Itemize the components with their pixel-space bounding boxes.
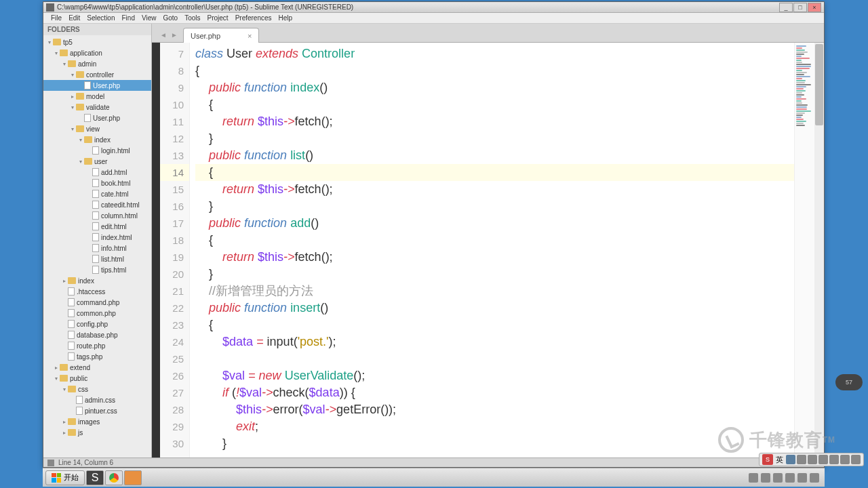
ime-keyboard-icon[interactable] bbox=[797, 455, 806, 464]
folder-public[interactable]: ▾public bbox=[43, 373, 151, 384]
file-database-php[interactable]: database.php bbox=[43, 329, 151, 340]
folder-tp5[interactable]: ▾tp5 bbox=[43, 37, 151, 47]
folder-validate[interactable]: ▾validate bbox=[43, 102, 151, 113]
menu-help[interactable]: Help bbox=[275, 14, 296, 22]
tab-nav: ◄ ► bbox=[159, 30, 183, 42]
file-route-php[interactable]: route.php bbox=[43, 340, 151, 351]
ime-cloud-icon[interactable] bbox=[818, 455, 828, 464]
tab-prev-icon[interactable]: ◄ bbox=[159, 30, 168, 39]
ime-moon-icon[interactable] bbox=[786, 455, 795, 464]
file-command-php[interactable]: command.php bbox=[43, 297, 151, 308]
folder-icon bbox=[60, 375, 68, 382]
file-User-php[interactable]: User.php bbox=[43, 113, 151, 123]
menu-file[interactable]: File bbox=[47, 14, 65, 22]
folder-admin[interactable]: ▾admin bbox=[43, 58, 151, 69]
chevron-right-icon[interactable]: ▸ bbox=[53, 365, 60, 371]
folder-controller[interactable]: ▾controller bbox=[43, 69, 151, 80]
menu-find[interactable]: Find bbox=[119, 14, 138, 22]
ime-user-icon[interactable] bbox=[840, 455, 850, 464]
folder-application[interactable]: ▾application bbox=[43, 47, 151, 58]
ime-logo-icon[interactable]: S bbox=[762, 454, 773, 465]
file-tags-php[interactable]: tags.php bbox=[43, 351, 151, 362]
code-area[interactable]: 7891011121314151617181920212223242526272… bbox=[152, 43, 824, 458]
chevron-right-icon[interactable]: ▸ bbox=[61, 419, 68, 425]
chevron-right-icon[interactable]: ▸ bbox=[61, 278, 68, 284]
chevron-down-icon[interactable]: ▾ bbox=[69, 72, 76, 78]
file-admin-css[interactable]: admin.css bbox=[43, 394, 151, 405]
titlebar[interactable]: C:\wamp64\www\tp5\application\admin\cont… bbox=[43, 2, 824, 13]
tab-close-icon[interactable]: × bbox=[248, 32, 252, 40]
chevron-down-icon[interactable]: ▾ bbox=[77, 159, 84, 165]
folder-css[interactable]: ▾css bbox=[43, 384, 151, 394]
chevron-down-icon[interactable]: ▾ bbox=[46, 39, 53, 45]
file-list-html[interactable]: list.html bbox=[43, 253, 151, 264]
folder-user[interactable]: ▾user bbox=[43, 156, 151, 167]
chevron-down-icon[interactable]: ▾ bbox=[53, 375, 60, 382]
tab-next-icon[interactable]: ► bbox=[170, 30, 179, 39]
menu-edit[interactable]: Edit bbox=[65, 14, 83, 22]
file-common-php[interactable]: common.php bbox=[43, 308, 151, 319]
vertical-scrollbar[interactable] bbox=[814, 43, 824, 458]
folder-view[interactable]: ▾view bbox=[43, 123, 151, 134]
chevron-down-icon[interactable]: ▾ bbox=[69, 104, 76, 110]
chevron-down-icon[interactable]: ▾ bbox=[69, 126, 76, 132]
ime-lang[interactable]: 英 bbox=[774, 455, 785, 465]
file--htaccess[interactable]: .htaccess bbox=[43, 286, 151, 297]
tray-icon-4[interactable] bbox=[785, 473, 795, 483]
menu-selection[interactable]: Selection bbox=[83, 14, 118, 22]
folder-model[interactable]: ▸model bbox=[43, 91, 151, 102]
code-content[interactable]: class User extends Controller{ public fu… bbox=[190, 43, 824, 458]
taskbar-chrome[interactable] bbox=[105, 470, 123, 485]
tree-item-label: pintuer.css bbox=[85, 407, 117, 415]
close-button[interactable]: × bbox=[808, 3, 821, 12]
file-cateedit-html[interactable]: cateedit.html bbox=[43, 199, 151, 210]
folder-icon bbox=[76, 104, 84, 110]
file-column-html[interactable]: column.html bbox=[43, 210, 151, 221]
start-button[interactable]: 开始 bbox=[45, 470, 85, 485]
chevron-down-icon[interactable]: ▾ bbox=[61, 386, 68, 392]
ime-toolbar[interactable]: S 英 bbox=[759, 453, 864, 466]
taskbar-sublime[interactable]: S bbox=[86, 470, 104, 485]
chevron-down-icon[interactable]: ▾ bbox=[53, 50, 60, 56]
tray-icon-1[interactable] bbox=[749, 473, 758, 483]
chevron-right-icon[interactable]: ▸ bbox=[61, 430, 68, 436]
tray-icon-3[interactable] bbox=[773, 473, 783, 483]
menu-goto[interactable]: Goto bbox=[159, 14, 181, 22]
file-index-html[interactable]: index.html bbox=[43, 232, 151, 243]
tray-show-desktop[interactable] bbox=[810, 473, 819, 483]
file-info-html[interactable]: info.html bbox=[43, 243, 151, 253]
minimize-button[interactable]: _ bbox=[779, 3, 793, 12]
file-add-html[interactable]: add.html bbox=[43, 167, 151, 178]
folder-index[interactable]: ▾index bbox=[43, 134, 151, 145]
tray-icon-2[interactable] bbox=[761, 473, 770, 483]
file-tips-html[interactable]: tips.html bbox=[43, 264, 151, 275]
file-User-php[interactable]: User.php bbox=[43, 80, 151, 91]
file-edit-html[interactable]: edit.html bbox=[43, 221, 151, 232]
chevron-down-icon[interactable]: ▾ bbox=[61, 61, 68, 67]
scrollbar-thumb[interactable] bbox=[815, 44, 823, 125]
folder-images[interactable]: ▸images bbox=[43, 416, 151, 427]
menu-view[interactable]: View bbox=[138, 14, 160, 22]
ime-tool-icon[interactable] bbox=[851, 455, 861, 464]
menu-tools[interactable]: Tools bbox=[181, 14, 203, 22]
maximize-button[interactable]: □ bbox=[793, 3, 807, 12]
ime-mic-icon[interactable] bbox=[808, 455, 817, 464]
floating-badge[interactable]: 57 bbox=[835, 374, 863, 390]
tray-volume-icon[interactable] bbox=[797, 473, 807, 483]
file-pintuer-css[interactable]: pintuer.css bbox=[43, 405, 151, 416]
minimap[interactable] bbox=[794, 43, 814, 458]
file-login-html[interactable]: login.html bbox=[43, 145, 151, 156]
taskbar-app3[interactable] bbox=[124, 470, 142, 485]
ime-skin-icon[interactable] bbox=[829, 455, 839, 464]
file-config-php[interactable]: config.php bbox=[43, 319, 151, 329]
chevron-right-icon[interactable]: ▸ bbox=[69, 94, 76, 100]
chevron-down-icon[interactable]: ▾ bbox=[77, 137, 84, 143]
folder-extend[interactable]: ▸extend bbox=[43, 362, 151, 373]
folder-index[interactable]: ▸index bbox=[43, 275, 151, 286]
menu-preferences[interactable]: Preferences bbox=[232, 14, 275, 22]
file-cate-html[interactable]: cate.html bbox=[43, 188, 151, 199]
menu-project[interactable]: Project bbox=[204, 14, 232, 22]
folder-js[interactable]: ▸js bbox=[43, 427, 151, 438]
file-book-html[interactable]: book.html bbox=[43, 178, 151, 188]
tab-user-php[interactable]: User.php × bbox=[183, 28, 259, 43]
